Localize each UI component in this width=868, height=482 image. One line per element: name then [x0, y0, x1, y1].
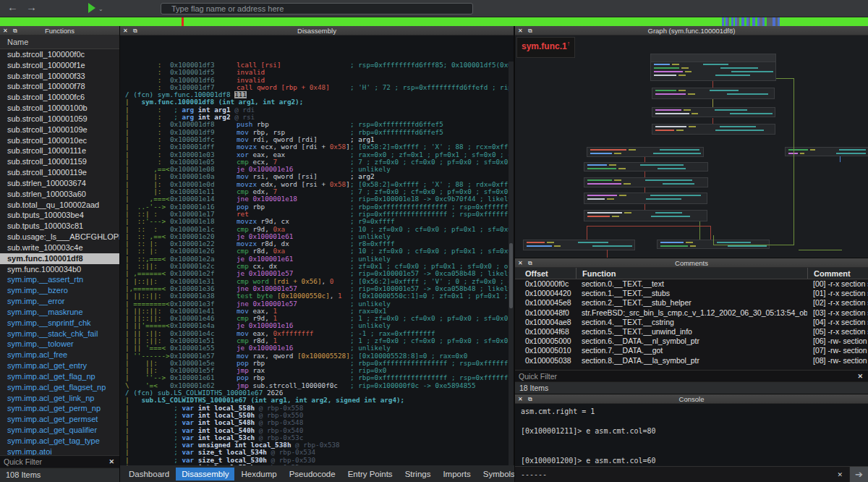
- function-item[interactable]: sub.strlen_100003674: [0, 178, 119, 189]
- function-item[interactable]: sub.strcoll_100001159: [0, 156, 119, 167]
- disasm-line[interactable]: | ||: 0x100001e5epop rbp; rbp=0xffffffff…: [125, 360, 509, 367]
- function-item[interactable]: sym.imp.acl_get_perm_np: [0, 403, 119, 414]
- clear-filter-icon[interactable]: ✕: [103, 458, 119, 465]
- function-item[interactable]: sym.func.1000034b0: [0, 264, 119, 275]
- function-item[interactable]: sub.strcoll_100000fc6: [0, 92, 119, 103]
- disasm-line[interactable]: | ||'=====< 0x100001e4aje 0x100001e16; u…: [125, 322, 509, 329]
- disasm-line[interactable]: | ; var int local_548h @ rbp-0x548: [125, 419, 509, 426]
- tab-dashboard[interactable]: Dashboard: [123, 468, 175, 481]
- tab-disassembly[interactable]: Disassembly: [176, 468, 234, 481]
- function-item[interactable]: sub.strcoll_10000100b: [0, 103, 119, 114]
- function-item[interactable]: sym.imp.acl_get_entry: [0, 360, 119, 371]
- function-item[interactable]: sym.imp.acl_get_flag_np: [0, 371, 119, 382]
- graph-basic-block[interactable]: [652, 107, 775, 117]
- table-row[interactable]: 0x100005010section.7.__DATA.__got[07] -r…: [515, 346, 868, 355]
- disasm-line[interactable]: | :: |: 0x100001e22movzx r8d, dx; r8=0xf…: [125, 240, 509, 248]
- scrollbar-thumb[interactable]: [509, 243, 513, 308]
- table-row[interactable]: 0x100004ae8section.4.__TEXT.__cstring[04…: [515, 318, 868, 327]
- function-item[interactable]: sym.imp.acl_free: [0, 350, 119, 360]
- disasm-line[interactable]: : 0x100001df6invalid: [125, 77, 509, 84]
- table-row[interactable]: 0x100004420section.1.__TEXT.__stubs[01] …: [515, 289, 868, 298]
- function-item[interactable]: sub.strcoll_100001059: [0, 114, 119, 124]
- disasm-line[interactable]: | ||::||: 0x100001e38test byte [0x100005…: [125, 292, 509, 300]
- disasm-line[interactable]: | ; var size_t local_534h @ rbp-0x534: [125, 449, 509, 456]
- function-item[interactable]: sub.tputs_100003c81: [0, 221, 119, 232]
- tab-hexdump[interactable]: Hexdump: [235, 468, 282, 481]
- function-item[interactable]: sym.imp.__stack_chk_fail: [0, 329, 119, 339]
- disasm-line[interactable]: | : 0x100001df8push rbp; rsp=0xffffffffd…: [125, 121, 509, 128]
- function-item[interactable]: sub.strlen_100003a60: [0, 189, 119, 200]
- graph-basic-block[interactable]: [523, 240, 635, 250]
- table-row[interactable]: 0x100005000section.6.__DATA.__nl_symbol_…: [515, 337, 868, 346]
- functions-quick-filter-input[interactable]: [0, 457, 103, 466]
- function-item[interactable]: sym.imp.__error: [0, 296, 119, 307]
- function-item[interactable]: sub.strcoll_100000f33: [0, 71, 119, 82]
- disasm-line[interactable]: | : 0x100001e05cmp ecx, 7; 7 ; zf=0x0 ; …: [125, 158, 509, 166]
- disasm-line[interactable]: | :: : 0x100001e1ccmp r9d, 0xa; 10 ; zf=…: [125, 226, 509, 233]
- disasm-line[interactable]: | || :||: 0x100001e51cmp r8d, 1; 1 ; zf=…: [125, 337, 509, 344]
- disasm-line[interactable]: | ; var int local_550h @ rbp-0x550: [125, 412, 509, 419]
- disasm-line[interactable]: | ||: 0x100001e5fjmp rax; rip=0x0: [125, 367, 509, 374]
- function-item[interactable]: sub.usage:_ls___ABCFGHLOPRSTUW: [0, 232, 119, 242]
- run-dropdown-caret-icon[interactable]: ⌄: [98, 6, 103, 12]
- disasm-line[interactable]: | ::,===< 0x100001e2aje 0x100001e61; unl…: [125, 255, 509, 263]
- flag-search-input[interactable]: [161, 3, 473, 14]
- function-item[interactable]: sub.strcoll_100000f0c: [0, 49, 119, 60]
- function-item[interactable]: sym.imp.__tolower: [0, 339, 119, 350]
- disasm-line[interactable]: | ||::||: 0x100001e46cmp r9d, 1; 1 ; zf=…: [125, 315, 509, 322]
- disasm-line[interactable]: | ,======< 0x100001e2fje 0x100001e57; ri…: [125, 270, 509, 277]
- function-item[interactable]: sym.imp.acl_get_flagset_np: [0, 382, 119, 393]
- graph-basic-block[interactable]: [652, 124, 775, 135]
- disassembly-scrollbar[interactable]: [509, 62, 514, 465]
- graph-basic-block[interactable]: [785, 147, 868, 156]
- function-item[interactable]: sub.strcoll_100000f1e: [0, 60, 119, 71]
- disasm-line[interactable]: | ; var unsigned int local_538h @ rbp-0x…: [125, 441, 509, 449]
- disasm-line[interactable]: | ||::||: 0x100001e41mov eax, 1; rax=0x1: [125, 308, 509, 315]
- graph-basic-block[interactable]: [584, 162, 708, 172]
- disasm-line[interactable]: | sym.func.100001df8 (int arg1, int arg2…: [125, 98, 509, 106]
- function-item[interactable]: sym.imp.__bzero: [0, 285, 119, 296]
- function-item[interactable]: sub.total__qu_100002aad: [0, 200, 119, 211]
- console-command-input[interactable]: [515, 470, 830, 478]
- run-button[interactable]: [88, 3, 95, 13]
- disasm-line[interactable]: | ''--> 0x100001e61pop rbp; rbp=0xffffff…: [125, 374, 509, 381]
- function-item[interactable]: sub.write_100003c4e: [0, 242, 119, 253]
- send-command-button[interactable]: ➔: [849, 467, 868, 482]
- tab-entry-points[interactable]: Entry Points: [342, 468, 399, 481]
- disasm-line[interactable]: | : 0x100001e03xor eax, eax; rax=0x0 ; z…: [125, 151, 509, 158]
- disasm-line[interactable]: | : 0x100001dfcmov rdi, qword [rdi]; arg…: [125, 136, 509, 143]
- disasm-line[interactable]: : 0x100001df5invalid: [125, 69, 509, 76]
- disasm-line[interactable]: / (fcn) sub.LS_COLWIDTHS_100001e67 2626: [125, 389, 509, 397]
- comments-quick-filter-input[interactable]: [515, 372, 852, 381]
- disasm-line[interactable]: | ; var int local_558h @ rbp-0x558: [125, 405, 509, 412]
- disasm-line[interactable]: / (fcn) sym.func.100001df8 111: [125, 91, 509, 98]
- tab-symbols[interactable]: Symbols: [477, 468, 514, 481]
- console-output[interactable]: asm.cmt.right = 1 [0x100001211]> e asm.c…: [515, 404, 868, 466]
- function-item[interactable]: sym.imp.__snprintf_chk: [0, 318, 119, 329]
- disasm-line[interactable]: | ::||: 0x100001e2ccmp cx, dx; zf=0x1 ; …: [125, 263, 509, 270]
- disasm-line[interactable]: : 0x100001df7call qword [rbp + 0x48]; 'H…: [125, 84, 509, 91]
- function-item[interactable]: sym.imp.atoi: [0, 447, 119, 455]
- disassembly-code[interactable]: : 0x100001df3lcall [rsi]; rsp=0xffffffff…: [125, 62, 509, 465]
- function-item[interactable]: sub.strcoll_1000010ec: [0, 135, 119, 146]
- seek-coverage-bar[interactable]: [0, 17, 868, 26]
- disasm-line[interactable]: | || '===< 0x100001e55je 0x100001e16; un…: [125, 344, 509, 352]
- forward-button[interactable]: →: [26, 1, 37, 13]
- disasm-line[interactable]: | : 0x100001df9mov rbp, rsp; rbp=0xfffff…: [125, 129, 509, 136]
- disasm-line[interactable]: | ; var size_t local_530h @ rbp-0x530: [125, 457, 509, 464]
- disasm-line[interactable]: | |: 0x100001e11cmp edx, 7; 7 ; zf=0x0 ;…: [125, 188, 509, 195]
- disasm-line[interactable]: | :: |: 0x100001e26cmp r8d, 0xa; 10 ; zf…: [125, 248, 509, 255]
- function-item[interactable]: sym.imp.acl_get_tag_type: [0, 436, 119, 447]
- function-item[interactable]: sub.strcoll_10000119e: [0, 167, 119, 178]
- disasm-line[interactable]: | ; var int local_53ch @ rbp-0x53c: [125, 434, 509, 441]
- graph-basic-block[interactable]: [587, 147, 704, 157]
- disasm-line[interactable]: | ========< 0x100001e3fjne 0x100001e57; …: [125, 300, 509, 308]
- function-item[interactable]: sub.strcoll_10000111e: [0, 145, 119, 156]
- table-row[interactable]: 0x100004f68section.5.__TEXT.__unwind_inf…: [515, 327, 868, 337]
- disasm-line[interactable]: | |: 0x100001e0dmovzx edx, word [rsi + 0…: [125, 181, 509, 188]
- function-item[interactable]: sym.imp.__maskrune: [0, 307, 119, 318]
- function-item[interactable]: sub.tputs_100003be4: [0, 210, 119, 221]
- table-row[interactable]: 0x1000045e8section.2.__TEXT.__stub_helpe…: [515, 298, 868, 308]
- function-item[interactable]: sym.imp.acl_get_permset: [0, 414, 119, 425]
- disasm-line[interactable]: | :: ,==< 0x100001e20je 0x100001e61; unl…: [125, 233, 509, 240]
